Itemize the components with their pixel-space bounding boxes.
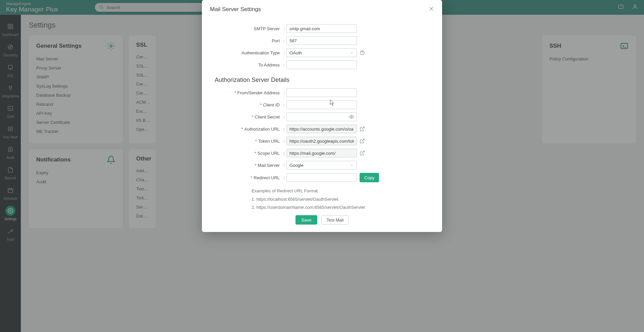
examples-heading: Examples of Redirect URL Format bbox=[252, 187, 431, 195]
svg-line-31 bbox=[362, 151, 364, 153]
from-input[interactable] bbox=[286, 88, 357, 97]
examples-line2: 2. https://userdomainName.com:6565/servl… bbox=[252, 203, 431, 212]
open-external-icon[interactable] bbox=[360, 126, 365, 132]
auth-section-heading: Authorization Server Details bbox=[215, 77, 431, 84]
tokenurl-label: *Token URL bbox=[213, 139, 282, 144]
copy-button[interactable]: Copy bbox=[360, 173, 379, 182]
redirecturl-input[interactable] bbox=[286, 173, 357, 182]
scopeurl-label: *Scope URL bbox=[213, 151, 282, 156]
open-external-icon[interactable] bbox=[360, 150, 365, 156]
clientsecret-label: *Client Secret bbox=[213, 114, 282, 120]
chevron-down-icon bbox=[350, 163, 354, 167]
open-external-icon[interactable] bbox=[360, 138, 365, 144]
smtp-input[interactable] bbox=[286, 24, 357, 33]
authtype-select[interactable]: OAuth bbox=[286, 48, 357, 57]
svg-line-30 bbox=[362, 139, 364, 141]
mailserver-label: *Mail Server bbox=[213, 163, 282, 168]
eye-icon[interactable] bbox=[349, 114, 354, 120]
port-label: Port bbox=[213, 38, 282, 43]
to-input[interactable] bbox=[286, 60, 357, 69]
help-icon[interactable] bbox=[360, 50, 365, 55]
mail-server-modal: Mail Server Settings SMTP Server : Port … bbox=[202, 0, 442, 232]
clientid-label: *Client ID bbox=[213, 102, 282, 107]
scopeurl-input[interactable] bbox=[286, 149, 357, 157]
chevron-down-icon bbox=[350, 51, 354, 55]
smtp-label: SMTP Server bbox=[213, 26, 282, 31]
svg-point-28 bbox=[351, 116, 352, 117]
close-icon bbox=[429, 6, 434, 11]
from-label: *From/Sender Address bbox=[213, 90, 282, 95]
authurl-input[interactable] bbox=[286, 125, 357, 133]
mailserver-value: Google bbox=[289, 163, 304, 168]
authurl-label: *Authorization URL bbox=[213, 127, 282, 132]
testmail-button[interactable]: Test Mail bbox=[321, 215, 348, 225]
redirecturl-label: *Redirect URL bbox=[213, 175, 282, 180]
redirect-examples: Examples of Redirect URL Format 1. https… bbox=[252, 187, 431, 212]
clientid-input[interactable] bbox=[286, 100, 357, 109]
tokenurl-input[interactable] bbox=[286, 137, 357, 145]
port-input[interactable] bbox=[286, 36, 357, 45]
modal-title: Mail Server Settings bbox=[210, 6, 261, 13]
to-label: To Address bbox=[213, 62, 282, 67]
clientsecret-input[interactable] bbox=[286, 112, 357, 121]
examples-line1: 1. https://localhost:6565/servlet/OauthS… bbox=[252, 195, 431, 204]
svg-line-29 bbox=[362, 127, 364, 129]
close-button[interactable] bbox=[429, 6, 434, 13]
modal-body: SMTP Server : Port : Authentication Type… bbox=[202, 15, 442, 232]
mailserver-select[interactable]: Google bbox=[286, 161, 357, 170]
authtype-value: OAuth bbox=[289, 50, 302, 55]
save-button[interactable]: Save bbox=[296, 215, 318, 225]
authtype-label: Authentication Type bbox=[213, 50, 282, 55]
